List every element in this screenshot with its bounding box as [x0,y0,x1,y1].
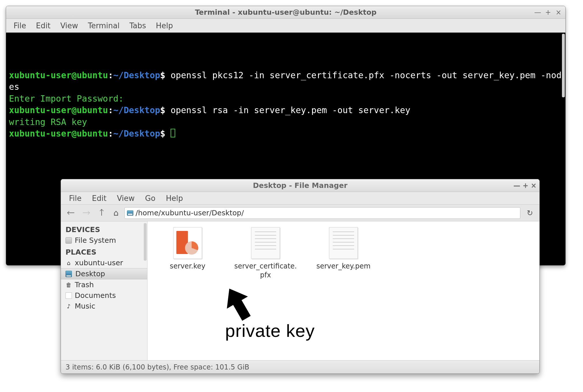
sidebar-item-music[interactable]: ♪Music [61,301,147,311]
file-manager-window: Desktop - File Manager — + × File Edit V… [61,179,540,374]
sidebar-item-label: File System [75,236,116,244]
fm-title: Desktop - File Manager [253,181,347,190]
fm-maximize-button[interactable]: + [523,182,528,190]
terminal-line: xubuntu-user@ubuntu:~/Desktop$ openssl r… [9,104,563,116]
sidebar-item-label: Documents [75,291,116,300]
fm-menu-file[interactable]: File [65,193,86,203]
sidebar-item-label: Trash [75,281,94,289]
maximize-button[interactable]: + [544,8,552,16]
fm-status-text: 3 items: 6.0 KiB (6,100 bytes), Free spa… [66,363,249,371]
sidebar-scrollbar-thumb[interactable] [144,223,147,261]
terminal-line: writing RSA key [9,116,563,128]
menu-help[interactable]: Help [152,20,177,31]
file-thumbnail-icon [251,227,280,259]
home-icon: ⌂ [66,260,72,266]
menu-view[interactable]: View [56,20,82,31]
file-label: server.key [154,262,221,271]
trash-icon: 🗑 [66,282,72,288]
reload-button[interactable]: ↻ [524,208,535,218]
fm-menu-view[interactable]: View [113,193,139,203]
file-item[interactable]: server_certificate.pfx [232,227,299,280]
fm-close-button[interactable]: × [531,182,537,190]
fm-icon-grid: server.keyserver_certificate.pfxserver_k… [154,227,532,280]
terminal-titlebar[interactable]: Terminal - xubuntu-user@ubuntu: ~/Deskto… [6,6,565,19]
fm-toolbar: 🡐 🡒 🡑 ⌂ /home/xubuntu-user/Desktop/ ↻ [61,205,539,221]
menu-edit[interactable]: Edit [32,20,55,31]
sidebar-item-desktop[interactable]: Desktop [61,268,147,279]
sidebar-item-label: xubuntu-user [75,259,123,267]
minimize-button[interactable]: — [534,8,542,16]
terminal-line: xubuntu-user@ubuntu:~/Desktop$ openssl p… [9,70,563,93]
location-bar[interactable]: /home/xubuntu-user/Desktop/ [124,207,520,219]
file-thumbnail-icon [173,227,202,259]
file-item[interactable]: server_key.pem [310,227,377,271]
file-label: server_certificate.pfx [232,262,299,280]
fm-body: DEVICESFile SystemPLACES⌂xubuntu-userDes… [61,221,539,360]
sidebar-item-trash[interactable]: 🗑Trash [61,279,147,290]
file-label: server_key.pem [310,262,377,271]
terminal-menubar: File Edit View Terminal Tabs Help [6,19,565,33]
terminal-cursor [171,129,175,137]
fm-menu-edit[interactable]: Edit [88,193,111,203]
fm-menu-go[interactable]: Go [141,193,160,203]
fm-menu-help[interactable]: Help [162,193,187,203]
fm-content[interactable]: server.keyserver_certificate.pfxserver_k… [147,221,539,360]
fm-statusbar: 3 items: 6.0 KiB (6,100 bytes), Free spa… [61,360,539,374]
music-icon: ♪ [66,303,72,309]
desktop-icon [66,271,72,277]
fm-minimize-button[interactable]: — [513,182,520,190]
file-thumbnail-icon [329,227,358,259]
fm-titlebar[interactable]: Desktop - File Manager — + × [61,179,539,192]
terminal-scrollbar-thumb[interactable] [562,34,565,97]
terminal-line: Enter Import Password: [9,93,563,105]
disk-icon [66,237,72,244]
terminal-command-text: openssl rsa -in server_key.pem -out serv… [171,105,410,115]
nav-forward-button[interactable]: 🡒 [81,208,92,218]
fm-menubar: File Edit View Go Help [61,192,539,205]
terminal-line: xubuntu-user@ubuntu:~/Desktop$ [9,128,563,140]
window-controls: — + × [534,6,563,18]
sidebar-item-documents[interactable]: Documents [61,290,147,301]
sidebar-section-head: PLACES [61,246,147,257]
fm-window-controls: — + × [513,179,537,192]
sidebar-item-xubuntu-user[interactable]: ⌂xubuntu-user [61,257,147,268]
fm-sidebar: DEVICESFile SystemPLACES⌂xubuntu-userDes… [61,221,147,360]
location-path: /home/xubuntu-user/Desktop/ [136,209,244,217]
menu-file[interactable]: File [10,20,30,31]
sidebar-item-file-system[interactable]: File System [61,235,147,246]
sidebar-section-head: DEVICES [61,223,147,235]
terminal-output-text: Enter Import Password: [9,94,124,104]
sidebar-item-label: Desktop [75,270,105,278]
document-icon [66,292,72,299]
menu-tabs[interactable]: Tabs [125,20,150,31]
menu-terminal[interactable]: Terminal [84,20,124,31]
terminal-output-text: writing RSA key [9,117,87,127]
nav-home-button[interactable]: ⌂ [112,208,120,218]
sidebar-item-label: Music [75,302,95,310]
terminal-title: Terminal - xubuntu-user@ubuntu: ~/Deskto… [195,8,376,16]
nav-up-button[interactable]: 🡑 [96,208,108,218]
file-item[interactable]: server.key [154,227,221,271]
desktop-icon [127,210,133,216]
close-button[interactable]: × [554,8,563,16]
nav-back-button[interactable]: 🡐 [65,208,76,218]
